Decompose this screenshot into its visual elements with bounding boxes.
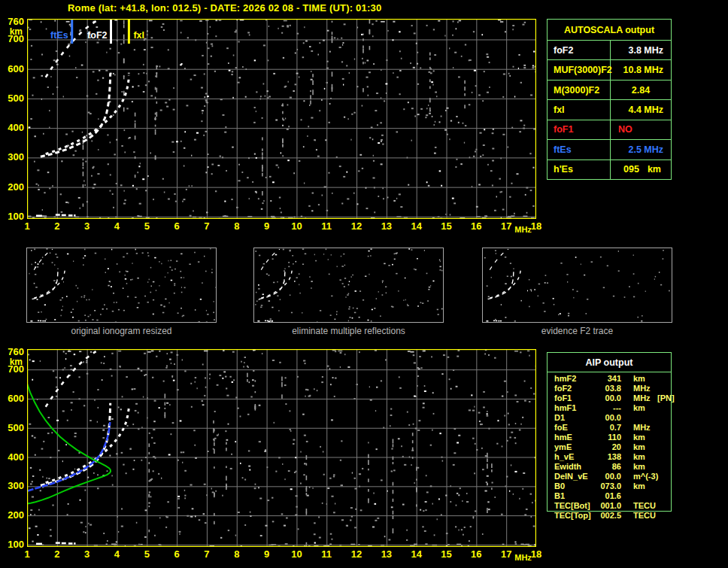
autoscala-ionogram-app: Rome (lat: +41.8, lon: 012.5) - DATE: 20…	[0, 0, 728, 568]
thumbnail-caption: original ionogram resized	[26, 326, 217, 336]
aip-param-name: foF1	[548, 393, 594, 403]
trace-x_trace	[34, 269, 65, 298]
x-axis-unit-top: MHz	[514, 225, 532, 234]
noise-speckle	[255, 248, 442, 322]
aip-param-value: 001.0	[594, 501, 621, 511]
x-tick-label-bottom: 16	[471, 548, 481, 560]
aip-param-unit: TECU	[621, 501, 656, 511]
aip-row-foF2: foF203.8MHz	[548, 384, 671, 393]
noise-speckle	[29, 248, 216, 322]
aip-param-name: hmE	[548, 433, 594, 442]
aip-param-unit: m^(-3)	[621, 472, 656, 481]
aip-param-unit: MHz	[621, 393, 656, 403]
aip-param-extra: [PN]	[656, 393, 675, 403]
aip-output-rows: hmF2341kmfoF203.8MHzfoF100.0MHz[PN]hmF1-…	[548, 374, 671, 521]
x-tick-label-bottom: 12	[351, 548, 362, 560]
aip-row-h_vE: h_vE138km	[548, 452, 671, 462]
x-tick-label-bottom: 2	[54, 548, 59, 560]
aip-param-name: h_vE	[548, 452, 594, 462]
trace-electron_density_profile	[27, 384, 111, 504]
aip-param-value: 03.8	[594, 384, 621, 393]
x-tick-label-bottom: 17	[501, 548, 511, 560]
x-tick-label-top: 17	[501, 220, 511, 232]
autoscala-value-number: 095	[623, 164, 639, 175]
y-tick-label-bottom: 400	[0, 451, 24, 463]
aip-param-value: 01.6	[594, 491, 621, 501]
aip-param-name: D1	[548, 413, 594, 423]
x-tick-label-top: 5	[144, 220, 150, 232]
y-tick-label-top: 500	[0, 93, 24, 105]
autoscala-param-value: 10.8 MHz	[611, 60, 671, 79]
aip-param-unit: km	[621, 452, 656, 462]
autoscala-param-label: fxI	[548, 100, 611, 119]
x-tick-label-bottom: 3	[84, 548, 89, 560]
autoscala-param-label: M(3000)F2	[548, 80, 611, 99]
aip-param-value: 0.7	[594, 423, 621, 433]
x-tick-label-bottom: 11	[321, 548, 332, 560]
autoscala-row-foF2: foF23.8 MHz	[548, 41, 671, 60]
autoscala-param-value: 4.4 MHz	[611, 100, 671, 119]
x-tick-label-bottom: 14	[411, 548, 421, 560]
x-tick-label-top: 4	[114, 220, 120, 232]
trace-fit_o_trace	[28, 422, 111, 491]
aip-param-name: Ewidth	[548, 462, 594, 472]
trace-o_trace	[41, 74, 111, 157]
x-tick-label-bottom: 10	[291, 548, 302, 560]
aip-param-unit: km	[621, 374, 656, 384]
aip-param-value: 00.0	[594, 472, 621, 481]
x-tick-label-bottom: 8	[234, 548, 239, 560]
aip-output-title: AIP output	[548, 353, 671, 372]
autoscala-row-ftEs: ftEs2.5 MHz	[548, 140, 671, 159]
y-tick-label-bottom: 100	[0, 539, 24, 551]
autoscala-param-label: ftEs	[548, 140, 611, 159]
aip-param-name: TEC[Top]	[548, 511, 594, 521]
thumb-ionogram-0	[27, 248, 216, 322]
y-tick-label-top: 200	[0, 181, 24, 193]
autoscala-param-value: NO	[611, 120, 671, 139]
x-tick-label-top: 1	[24, 220, 29, 232]
x-tick-label-bottom: 15	[441, 548, 451, 560]
autoscala-table-title: AUTOSCALA output	[548, 20, 671, 41]
x-tick-label-top: 12	[351, 220, 362, 232]
x-tick-label-bottom: 6	[174, 548, 179, 560]
trace-o_trace	[32, 269, 58, 299]
x-tick-label-top: 13	[381, 220, 392, 232]
trace-o_trace	[488, 269, 514, 299]
aip-row-DelN_vE: DelN_vE00.0m^(-3)	[548, 472, 671, 481]
aip-param-value: 86	[594, 462, 621, 472]
aip-param-unit: km	[621, 403, 656, 413]
aip-param-unit	[621, 413, 656, 423]
y-axis-unit-top: km	[0, 26, 23, 37]
trace-x_trace	[261, 269, 292, 298]
y-tick-label-top: 100	[0, 211, 24, 223]
aip-param-unit: MHz	[621, 384, 656, 393]
x-tick-label-top: 16	[471, 220, 481, 232]
thumbnail-caption: eliminate multiple reflections	[253, 326, 444, 336]
thumbnail-original-ionogram	[26, 248, 217, 323]
autoscala-row-foF1: foF1NO	[548, 120, 671, 140]
autoscala-param-label: h'Es	[548, 160, 611, 179]
aip-param-unit: km	[621, 481, 656, 491]
aip-param-value: 00.0	[594, 413, 621, 423]
aip-param-name: TEC[Bot]	[548, 501, 594, 511]
marker-label-ftEs: ftEs	[50, 30, 68, 41]
aip-row-Ewidth: Ewidth86km	[548, 462, 671, 472]
aip-param-unit: km	[621, 462, 656, 472]
x-axis-unit-bottom: MHz	[514, 553, 532, 562]
trace-es_layer	[36, 214, 76, 217]
x-tick-label-top: 6	[174, 220, 179, 232]
marker-label-fxI: fxI	[133, 30, 144, 41]
aip-param-value: 00.0	[594, 393, 621, 403]
aip-row-hmF2: hmF2341km	[548, 374, 671, 384]
x-tick-label-bottom: 13	[381, 548, 392, 560]
aip-param-unit: km	[621, 433, 656, 442]
autoscala-param-value: 2.84	[611, 80, 671, 99]
thumbnail-caption: evidence F2 trace	[482, 326, 672, 336]
trace-second_hop	[261, 249, 280, 269]
x-tick-label-top: 3	[84, 220, 89, 232]
aip-param-value: 002.5	[594, 511, 621, 521]
x-tick-label-top: 18	[531, 220, 541, 232]
thumb-ionogram-2	[483, 248, 672, 322]
x-tick-label-top: 10	[291, 220, 302, 232]
top-ionogram: ftEsfoF2fxI	[27, 19, 536, 219]
